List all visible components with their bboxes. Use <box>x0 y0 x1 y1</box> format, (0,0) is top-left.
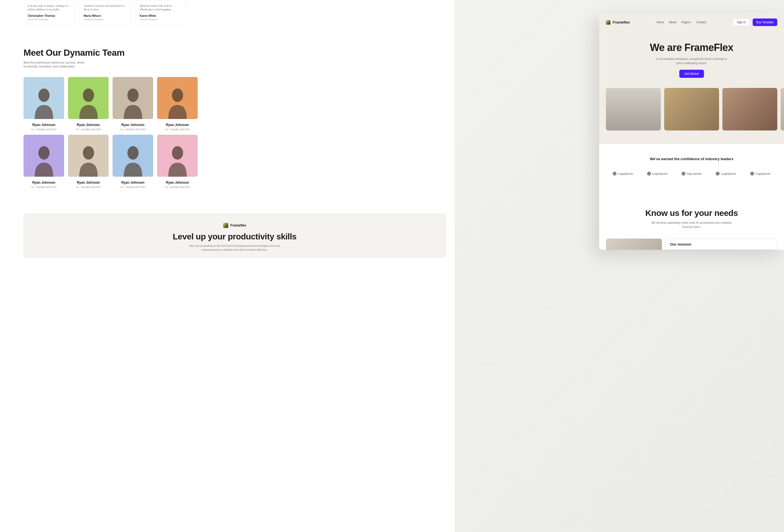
svg-point-0 <box>38 88 50 102</box>
footer-heading: Level up your productivity skills <box>29 232 440 241</box>
team-member-role: Co - founder and CEO <box>113 128 153 131</box>
logo-icon <box>223 223 228 228</box>
partner-logo: logo ipsum <box>681 172 702 175</box>
buy-template-button[interactable]: Buy Template <box>753 19 777 26</box>
testimonial-quote: @framer tackle CMS stuff so effortlessly… <box>140 4 182 11</box>
team-member-role: Co - founder and CEO <box>68 186 109 189</box>
testimonials-row: to fit any style or project, making it a… <box>24 0 446 25</box>
nav-link-home[interactable]: Home <box>656 21 664 24</box>
svg-point-6 <box>128 146 139 160</box>
team-subtitle: Meet the powerhouse behind our success, … <box>24 61 85 68</box>
team-card[interactable]: Ryan Johnson Co - founder and CEO <box>157 135 198 189</box>
trust-heading: We've earned the confidence of industry … <box>606 157 777 161</box>
testimonial-name: Christopher Thomas <box>28 14 70 18</box>
testimonial-name: Karen White <box>140 14 182 18</box>
hero-image <box>781 88 784 131</box>
partner-logo: Logoipsum <box>647 172 668 175</box>
nav-actions: Sign in Buy Template <box>733 19 777 26</box>
logo-mark-icon <box>750 172 754 175</box>
team-card[interactable]: Ryan Johnson Co - founder and CEO <box>24 77 64 131</box>
team-card[interactable]: Ryan Johnson Co - founder and CEO <box>68 135 109 189</box>
team-member-role: Co - founder and CEO <box>24 128 64 131</box>
team-member-role: Co - founder and CEO <box>113 186 153 189</box>
mission-card: Our mission <box>665 239 777 250</box>
background-page: to fit any style or project, making it a… <box>0 0 455 532</box>
team-photo <box>68 77 109 119</box>
team-photo <box>157 77 198 119</box>
team-member-name: Ryan Johnson <box>24 123 64 127</box>
svg-point-2 <box>128 88 139 102</box>
team-photo <box>68 135 109 177</box>
team-member-role: Co - founder and CEO <box>157 128 198 131</box>
testimonial-name: Maria Wilson <box>84 14 126 18</box>
hero-image-row <box>606 88 777 131</box>
nav-brand[interactable]: Frameflex <box>606 20 630 25</box>
team-card[interactable]: Ryan Johnson Co - founder and CEO <box>24 135 64 189</box>
get-started-button[interactable]: Get Started <box>679 70 704 78</box>
logo-icon <box>606 20 610 25</box>
footer-brand: Frameflex <box>29 223 440 228</box>
know-subtitle: We develop captivating online tools for … <box>650 221 734 229</box>
nav-link-about[interactable]: About <box>669 21 676 24</box>
person-icon <box>31 143 57 177</box>
person-icon <box>76 143 101 177</box>
nav-link-pages[interactable]: Pages ▾ <box>681 21 691 24</box>
hero-section: Frameflex Home About Pages ▾ Contact Sig… <box>599 13 784 144</box>
testimonial-quote: visualize my ideas and bring them to lif… <box>84 4 126 11</box>
foreground-page: Frameflex Home About Pages ▾ Contact Sig… <box>599 13 784 250</box>
svg-point-5 <box>83 146 94 160</box>
team-card[interactable]: Ryan Johnson Co - founder and CEO <box>68 77 109 131</box>
team-member-name: Ryan Johnson <box>24 180 64 185</box>
hero-image <box>722 88 777 131</box>
team-member-role: Co - founder and CEO <box>68 128 109 131</box>
testimonial-quote: to fit any style or project, making it a… <box>28 4 70 11</box>
team-heading: Meet Our Dynamic Team <box>24 48 446 58</box>
signin-button[interactable]: Sign in <box>733 19 750 26</box>
team-member-name: Ryan Johnson <box>68 180 109 185</box>
person-icon <box>31 85 57 119</box>
person-icon <box>165 85 190 119</box>
hero-image <box>664 88 719 131</box>
logo-mark-icon <box>716 172 720 175</box>
team-member-role: Co - founder and CEO <box>24 186 64 189</box>
nav-link-contact[interactable]: Contact <box>696 21 706 24</box>
testimonial-role: Front-End Developer <box>28 18 70 21</box>
footer-cta-section: Frameflex Level up your productivity ski… <box>24 214 446 258</box>
partner-logo: Logoipsum <box>613 172 633 175</box>
team-photo <box>113 135 153 177</box>
team-card[interactable]: Ryan Johnson Co - founder and CEO <box>157 77 198 131</box>
partner-logo: Logoipsum <box>750 172 771 175</box>
footer-subtitle: Take your productivity to the next level… <box>184 244 285 252</box>
logo-mark-icon <box>647 172 651 175</box>
nav-links: Home About Pages ▾ Contact <box>656 21 706 24</box>
navbar: Frameflex Home About Pages ▾ Contact Sig… <box>606 19 777 26</box>
person-icon <box>120 143 146 177</box>
team-member-name: Ryan Johnson <box>68 123 109 127</box>
svg-point-4 <box>38 146 50 160</box>
team-card[interactable]: Ryan Johnson Co - founder and CEO <box>113 77 153 131</box>
know-section: Know us for your needs We develop captiv… <box>599 197 784 250</box>
team-photo <box>113 77 153 119</box>
chevron-down-icon: ▾ <box>690 21 691 24</box>
testimonial-role: Freelance Designer <box>84 18 126 21</box>
person-icon <box>165 143 190 177</box>
mission-row: Our mission <box>606 239 777 250</box>
team-member-role: Co - founder and CEO <box>157 186 198 189</box>
team-photo <box>24 77 64 119</box>
testimonial-card: to fit any style or project, making it a… <box>24 0 75 25</box>
testimonial-card: @framer tackle CMS stuff so effortlessly… <box>136 0 187 25</box>
trust-section: We've earned the confidence of industry … <box>599 144 784 197</box>
logo-mark-icon <box>681 172 685 175</box>
svg-point-7 <box>172 146 183 160</box>
footer-brand-text: Frameflex <box>230 223 246 227</box>
logo-mark-icon <box>613 172 617 175</box>
logos-row: LogoipsumLogoipsumlogo ipsumLogoipsumLog… <box>606 172 777 184</box>
hero-image <box>606 88 661 131</box>
team-photo <box>157 135 198 177</box>
person-icon <box>76 85 101 119</box>
hero-subtitle: In an excellent workplace, exceptional m… <box>655 57 728 65</box>
team-card[interactable]: Ryan Johnson Co - founder and CEO <box>113 135 153 189</box>
svg-point-1 <box>83 88 94 102</box>
mission-title: Our mission <box>670 242 773 246</box>
nav-brand-text: Frameflex <box>613 20 630 24</box>
